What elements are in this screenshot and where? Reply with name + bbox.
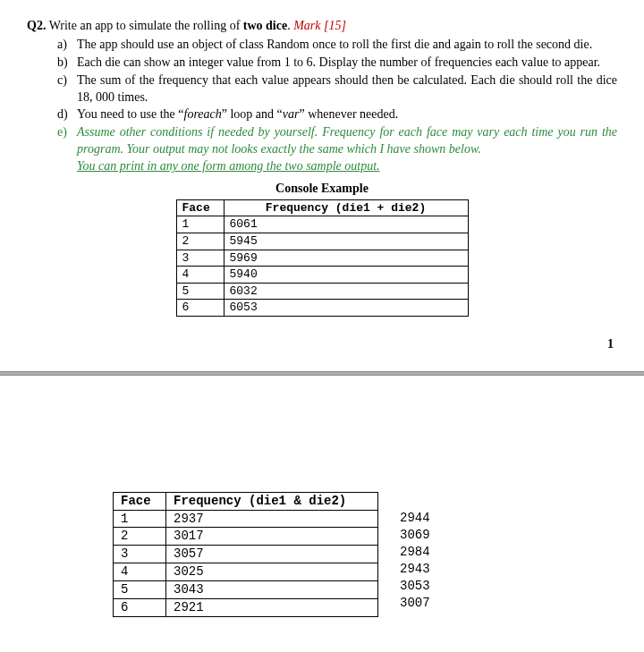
d-var: var	[283, 107, 300, 121]
item-e-line1: Assume other conditions if needed by you…	[77, 125, 617, 156]
question-list: a) The app should use an object of class…	[27, 37, 617, 175]
t1-h-face: Face	[176, 199, 224, 216]
table-row: 35969	[176, 250, 468, 267]
page-number: 1	[27, 336, 617, 353]
t1-freq: 6061	[224, 216, 468, 233]
item-b: b) Each die can show an integer value fr…	[57, 55, 617, 72]
t2-freq: 3025	[166, 563, 378, 581]
t1-freq: 6032	[224, 283, 468, 300]
d-post: ” whenever needed.	[299, 107, 398, 121]
item-e: e) Assume other conditions if needed by …	[57, 124, 617, 175]
t1-face: 6	[176, 300, 224, 317]
item-e-marker: e)	[57, 124, 77, 175]
t1-face: 5	[176, 283, 224, 300]
item-a: a) The app should use an object of class…	[57, 37, 617, 54]
d-mid: ” loop and “	[222, 107, 283, 121]
item-a-text: The app should use an object of class Ra…	[77, 37, 617, 54]
table-row: 53043	[114, 581, 378, 599]
t2-freq: 3043	[166, 581, 378, 599]
item-d-marker: d)	[57, 106, 77, 123]
table-row: 62921	[114, 598, 378, 616]
side-val: 3053	[400, 578, 430, 595]
item-a-marker: a)	[57, 37, 77, 54]
spacer	[27, 394, 617, 492]
side-val: 3069	[400, 527, 430, 544]
table2-row: Face Frequency (die1 & die2) 12937 23017…	[113, 492, 617, 617]
item-d-text: You need to use the “foreach” loop and “…	[77, 106, 617, 123]
t2-face: 4	[114, 563, 166, 581]
t1-freq: 5940	[224, 267, 468, 284]
table-row: 45940	[176, 267, 468, 284]
side-val: 2943	[400, 561, 430, 578]
table-row: 12937	[114, 510, 378, 528]
t2-face: 3	[114, 546, 166, 563]
item-d: d) You need to use the “foreach” loop an…	[57, 106, 617, 123]
t2-face: 6	[114, 598, 166, 616]
console-table-2: Face Frequency (die1 & die2) 12937 23017…	[113, 492, 378, 617]
table-row: 56032	[176, 283, 468, 300]
t2-h-freq: Frequency (die1 & die2)	[166, 492, 378, 510]
t2-freq: 2921	[166, 598, 378, 616]
table-row: 66053	[176, 300, 468, 317]
side-val: 2984	[400, 544, 430, 561]
t2-freq: 2937	[166, 510, 378, 528]
page-break	[0, 371, 644, 376]
t1-freq: 5945	[224, 233, 468, 250]
table-row: 16061	[176, 216, 468, 233]
t1-freq: 5969	[224, 250, 468, 267]
side-val: 2944	[400, 510, 430, 527]
mark-label: Mark [15]	[293, 19, 346, 32]
question-label: Q2.	[27, 19, 46, 32]
t1-face: 2	[176, 233, 224, 250]
item-c-marker: c)	[57, 72, 77, 106]
t2-face: 2	[114, 528, 166, 546]
table-row: 25945	[176, 233, 468, 250]
console-table-1: Face Frequency (die1 + die2) 16061 25945…	[176, 199, 469, 317]
t1-freq: 6053	[224, 300, 468, 317]
item-b-text: Each die can show an integer value from …	[77, 55, 617, 72]
t1-face: 3	[176, 250, 224, 267]
d-pre: You need to use the “	[77, 107, 184, 121]
table-row: 33057	[114, 546, 378, 563]
table-row: 43025	[114, 563, 378, 581]
item-e-line2: You can print in any one form among the …	[77, 159, 380, 173]
item-e-body: Assume other conditions if needed by you…	[77, 124, 617, 175]
t2-face: 5	[114, 581, 166, 599]
q-text-1: Write an app to simulate the rolling of	[46, 19, 242, 32]
item-c-text: The sum of the frequency that each value…	[77, 72, 617, 106]
t2-freq: 3057	[166, 546, 378, 563]
t2-h-face: Face	[114, 492, 166, 510]
item-b-marker: b)	[57, 55, 77, 72]
question-heading: Q2. Write an app to simulate the rolling…	[27, 18, 617, 35]
d-foreach: foreach	[184, 107, 222, 121]
t1-face: 1	[176, 216, 224, 233]
item-c: c) The sum of the frequency that each va…	[57, 72, 617, 106]
side-column: 2944 3069 2984 2943 3053 3007	[400, 510, 430, 612]
side-val: 3007	[400, 595, 430, 612]
t2-face: 1	[114, 510, 166, 528]
t1-face: 4	[176, 267, 224, 284]
console-title: Console Example	[27, 181, 617, 198]
t1-h-freq: Frequency (die1 + die2)	[224, 199, 468, 216]
table-row: 23017	[114, 528, 378, 546]
t2-freq: 3017	[166, 528, 378, 546]
q-bold: two dice	[243, 19, 287, 32]
